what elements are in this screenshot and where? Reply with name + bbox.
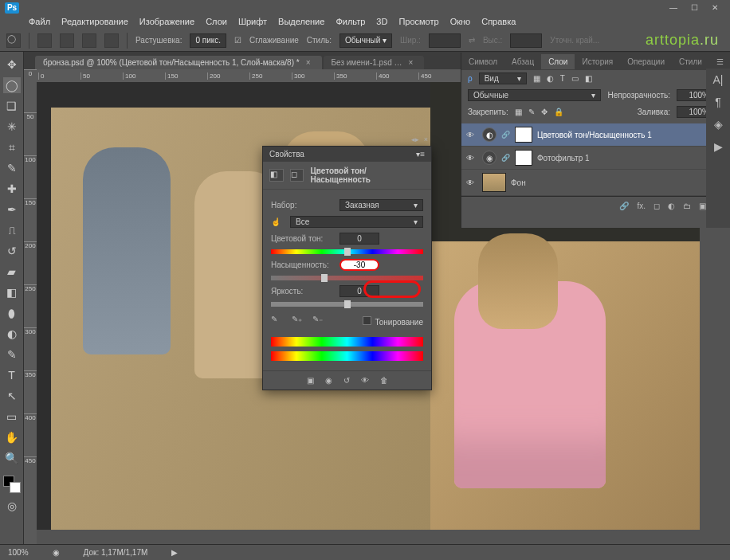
panel-menu-icon[interactable]: ☰ [710, 57, 730, 66]
preset-select[interactable]: Заказная▾ [339, 199, 423, 211]
layer-name[interactable]: Цветовой тон/Насыщенность 1 [537, 131, 652, 139]
doc-size[interactable]: Док: 1,17M/1,17M [84, 548, 148, 557]
doc-tab-2[interactable]: Без имени-1.psd …× [324, 56, 425, 69]
adjustment-icon[interactable]: ◧ [269, 169, 284, 182]
mask-mode-icon[interactable]: ◎ [3, 498, 21, 514]
blur-tool-icon[interactable]: ⬮ [3, 305, 21, 321]
fx-icon[interactable]: fx. [637, 202, 646, 210]
shape-tool-icon[interactable]: ▭ [3, 409, 21, 425]
mask-icon[interactable]: ◻ [290, 169, 304, 182]
current-tool-icon[interactable]: ◯ [6, 33, 21, 48]
close-icon[interactable]: × [424, 135, 428, 143]
tab-paragraph[interactable]: Абзац [504, 54, 541, 69]
eyedropper-plus-icon[interactable]: ✎₊ [292, 315, 304, 327]
maximize-icon[interactable]: ☐ [684, 2, 704, 14]
lock-move-icon[interactable]: ✥ [541, 108, 548, 116]
hand-tool-icon[interactable]: ✋ [3, 429, 21, 445]
menu-help[interactable]: Справка [481, 17, 516, 29]
style-select[interactable]: Обычный ▾ [339, 33, 392, 48]
menu-type[interactable]: Шрифт [238, 17, 267, 29]
antialias-checkbox[interactable]: ☑ [234, 36, 241, 45]
status-arrow-icon[interactable]: ▶ [171, 548, 178, 557]
visibility-icon[interactable]: 👁 [466, 154, 477, 163]
paragraph-panel-icon[interactable]: ¶ [715, 96, 721, 108]
menu-view[interactable]: Просмотр [398, 17, 438, 29]
eyedropper-icon[interactable]: ✎ [271, 315, 284, 327]
filter-type-icon[interactable]: T [560, 74, 565, 83]
path-tool-icon[interactable]: ↖ [3, 388, 21, 404]
wand-tool-icon[interactable]: ✳ [3, 119, 21, 135]
tab-history[interactable]: История [575, 54, 620, 69]
blend-mode-select[interactable]: Обычные▾ [468, 89, 601, 101]
selection-intersect-icon[interactable] [104, 33, 119, 48]
mask-icon[interactable]: ◻ [653, 202, 660, 210]
character-panel-icon[interactable]: A| [713, 73, 724, 86]
color-range-select[interactable]: Все▾ [290, 216, 423, 228]
previous-icon[interactable]: ◉ [325, 376, 332, 385]
saturation-input[interactable]: -30 [339, 259, 379, 271]
visibility-icon[interactable]: 👁 [466, 131, 477, 139]
stamp-tool-icon[interactable]: ⎍ [3, 222, 21, 238]
menu-file[interactable]: Файл [29, 17, 50, 29]
feather-input[interactable]: 0 пикс. [190, 33, 226, 48]
eyedropper-tool-icon[interactable]: ✎ [3, 160, 21, 176]
filter-shape-icon[interactable]: ▭ [571, 74, 579, 83]
zoom-tool-icon[interactable]: 🔍 [3, 450, 21, 466]
layer-row[interactable]: 👁 Фон 🔒 [461, 170, 730, 196]
filter-pixel-icon[interactable]: ▦ [533, 74, 540, 83]
panel-menu-icon[interactable]: ▾≡ [416, 150, 425, 159]
dodge-tool-icon[interactable]: ◐ [3, 326, 21, 342]
adjustment-icon[interactable]: ◐ [668, 202, 675, 210]
history-brush-tool-icon[interactable]: ↺ [3, 243, 21, 259]
tab-layers[interactable]: Слои [541, 54, 575, 69]
link-icon[interactable]: 🔗 [501, 154, 510, 162]
layer-thumb[interactable] [482, 173, 506, 192]
marquee-tool-icon[interactable]: ◯ [3, 77, 21, 93]
doc-tab-1[interactable]: бронза.psd @ 100% (Цветовой тон/Насыщенн… [35, 56, 322, 69]
layer-name[interactable]: Фон [511, 178, 526, 187]
heal-tool-icon[interactable]: ✚ [3, 181, 21, 197]
lightness-input[interactable]: 0 [339, 285, 379, 297]
pen-tool-icon[interactable]: ✎ [3, 347, 21, 362]
new-layer-icon[interactable]: ▣ [699, 202, 706, 210]
layer-row[interactable]: 👁 ◉ 🔗 Фотофильтр 1 [461, 147, 730, 170]
status-swatch-icon[interactable]: ◉ [53, 548, 60, 557]
menu-image[interactable]: Изображение [139, 17, 194, 29]
saturation-slider[interactable] [271, 276, 423, 280]
move-tool-icon[interactable]: ✥ [3, 57, 21, 72]
visibility-icon[interactable]: 👁 [466, 178, 477, 187]
link-icon[interactable]: 🔗 [501, 131, 510, 139]
close-icon[interactable]: × [306, 58, 311, 67]
selection-new-icon[interactable] [37, 33, 52, 48]
zoom-level[interactable]: 100% [8, 548, 29, 557]
crop-tool-icon[interactable]: ⌗ [3, 139, 21, 155]
mask-thumb[interactable] [515, 127, 532, 143]
hue-input[interactable]: 0 [339, 233, 379, 245]
selection-sub-icon[interactable] [82, 33, 96, 48]
gradient-tool-icon[interactable]: ◧ [3, 284, 21, 300]
lock-paint-icon[interactable]: ✎ [528, 108, 535, 116]
menu-edit[interactable]: Редактирование [61, 17, 128, 29]
brush-tool-icon[interactable]: ✒ [3, 202, 21, 217]
lasso-tool-icon[interactable]: ❑ [3, 98, 21, 114]
reset-icon[interactable]: ↺ [343, 376, 350, 385]
eyedropper-minus-icon[interactable]: ✎₋ [312, 315, 325, 327]
tab-character[interactable]: Символ [461, 54, 504, 69]
collapse-icon[interactable]: ◂▸ [411, 135, 419, 143]
targeted-adjust-icon[interactable]: ☝ [271, 217, 285, 226]
tab-actions[interactable]: Операции [620, 54, 672, 69]
menu-3d[interactable]: 3D [376, 17, 387, 29]
visibility-icon[interactable]: 👁 [361, 376, 369, 385]
tab-styles[interactable]: Стили [672, 54, 709, 69]
minimize-icon[interactable]: — [663, 2, 684, 14]
colorize-checkbox[interactable] [363, 316, 371, 325]
filter-smart-icon[interactable]: ◧ [585, 74, 592, 83]
menu-layer[interactable]: Слои [206, 17, 227, 29]
selection-add-icon[interactable] [60, 33, 74, 48]
layers-panel-icon[interactable]: ◈ [714, 118, 723, 131]
lightness-slider[interactable] [271, 302, 423, 307]
trash-icon[interactable]: 🗑 [380, 376, 388, 385]
lock-all-icon[interactable]: 🔒 [554, 108, 563, 116]
filter-kind-icon[interactable]: ρ [468, 74, 473, 83]
filter-kind-select[interactable]: Вид▾ [479, 72, 527, 84]
